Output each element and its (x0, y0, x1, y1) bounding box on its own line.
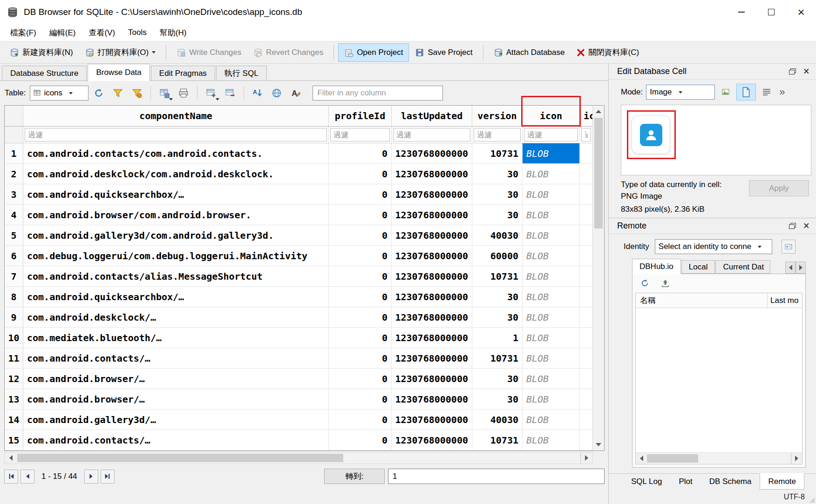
encoding-button[interactable] (268, 84, 286, 102)
tab-execute-sql[interactable]: 執行 SQL (216, 66, 267, 81)
chevron-down-icon[interactable] (169, 98, 173, 101)
next-record-button[interactable] (84, 470, 98, 484)
filter-partial-input[interactable] (581, 128, 591, 141)
attach-database-button[interactable]: Attach Database (488, 43, 571, 62)
version-cell[interactable]: 30 (472, 389, 523, 409)
profileId-cell[interactable]: 0 (329, 430, 392, 450)
row-number-cell[interactable]: 2 (5, 164, 23, 184)
icon-cell[interactable]: BLOB (523, 266, 580, 286)
componentName-cell[interactable]: com.android.quicksearchbox/… (23, 184, 329, 204)
float-panel-icon[interactable] (789, 223, 796, 229)
lastUpdated-cell[interactable]: 1230768000000 (392, 328, 472, 348)
tab-scroll-right-button[interactable] (796, 262, 806, 274)
componentName-cell[interactable]: com.debug.loggerui/com.debug.loggerui.Ma… (23, 246, 329, 266)
column-header-version[interactable]: version (472, 106, 523, 126)
profileId-cell[interactable]: 0 (329, 348, 392, 368)
componentName-cell[interactable]: com.android.contacts/com.android.contact… (23, 143, 329, 163)
resize-grip-icon[interactable] (809, 497, 815, 503)
dock-tab-sql-log[interactable]: SQL Log (623, 474, 670, 490)
lastUpdated-cell[interactable]: 1230768000000 (392, 369, 472, 389)
partial-cell[interactable] (580, 410, 592, 430)
partial-cell[interactable] (580, 246, 592, 266)
write-changes-button[interactable]: Write Changes (170, 43, 247, 62)
row-number-cell[interactable]: 3 (5, 184, 23, 204)
lastUpdated-cell[interactable]: 1230768000000 (392, 287, 472, 307)
dock-tab-remote[interactable]: Remote (760, 473, 804, 490)
table-combobox[interactable]: icons (30, 86, 88, 101)
row-number-cell[interactable]: 6 (5, 246, 23, 266)
vertical-scrollbar-thumb[interactable] (594, 118, 603, 228)
row-number-cell[interactable]: 9 (5, 307, 23, 327)
menu-tools[interactable]: Tools (122, 24, 153, 41)
column-header-lastUpdated[interactable]: lastUpdated (392, 106, 472, 126)
row-number-cell[interactable]: 13 (5, 389, 23, 409)
remote-tab-current-database[interactable]: Current Dat (715, 260, 770, 274)
icon-cell[interactable]: BLOB (523, 143, 580, 163)
icon-cell[interactable]: BLOB (523, 430, 580, 450)
profileId-cell[interactable]: 0 (329, 225, 392, 245)
import-data-button[interactable] (718, 85, 733, 100)
profileId-cell[interactable]: 0 (329, 389, 392, 409)
profileId-cell[interactable]: 0 (329, 328, 392, 348)
tab-database-structure[interactable]: Database Structure (2, 66, 87, 81)
edit-display-format-button[interactable]: A (287, 84, 305, 102)
row-number-cell[interactable]: 8 (5, 287, 23, 307)
partial-cell[interactable] (580, 184, 592, 204)
componentName-cell[interactable]: com.android.contacts/… (23, 348, 329, 368)
version-cell[interactable]: 30 (472, 287, 523, 307)
icon-cell[interactable]: BLOB (523, 184, 580, 204)
refresh-button[interactable] (90, 84, 108, 102)
partial-cell[interactable] (580, 266, 592, 286)
partial-cell[interactable] (580, 205, 592, 225)
filter-icon-input[interactable] (524, 128, 578, 141)
row-number-cell[interactable]: 4 (5, 205, 23, 225)
close-panel-icon[interactable]: × (803, 66, 809, 77)
version-cell[interactable]: 10731 (472, 430, 523, 450)
profileId-cell[interactable]: 0 (329, 246, 392, 266)
lastUpdated-cell[interactable]: 1230768000000 (392, 143, 472, 163)
icon-cell[interactable]: BLOB (523, 287, 580, 307)
version-cell[interactable]: 10731 (472, 143, 523, 163)
clear-filters-button[interactable] (109, 84, 127, 102)
save-project-button[interactable]: Save Project (409, 43, 478, 62)
scroll-right-button[interactable] (580, 452, 592, 464)
componentName-cell[interactable]: com.android.browser/… (23, 389, 329, 409)
partial-cell[interactable] (580, 307, 592, 327)
toolbar-overflow-button[interactable]: » (779, 86, 785, 98)
chevron-down-icon[interactable] (216, 98, 219, 101)
dock-tab-db-schema[interactable]: DB Schema (701, 474, 760, 490)
version-cell[interactable]: 30 (472, 205, 523, 225)
scroll-left-button[interactable] (636, 453, 647, 464)
select-all-corner[interactable] (5, 106, 23, 126)
row-number-cell[interactable]: 14 (5, 410, 23, 430)
icon-cell[interactable]: BLOB (523, 410, 580, 430)
horizontal-scrollbar-thumb[interactable] (17, 454, 343, 462)
version-cell[interactable]: 30 (472, 369, 523, 389)
version-cell[interactable]: 10731 (472, 266, 523, 286)
goto-record-input[interactable] (388, 469, 605, 484)
partial-cell[interactable] (580, 328, 592, 348)
lastUpdated-cell[interactable]: 1230768000000 (392, 430, 472, 450)
tab-scroll-left-button[interactable] (785, 262, 796, 274)
scroll-up-button[interactable] (593, 106, 604, 117)
version-cell[interactable]: 10731 (472, 348, 523, 368)
column-header-icon[interactable]: icon (523, 106, 580, 126)
menu-help[interactable]: 幫助(H) (153, 24, 193, 41)
maximize-button[interactable] (756, 0, 786, 24)
scroll-right-button[interactable] (791, 453, 802, 464)
lastUpdated-cell[interactable]: 1230768000000 (392, 389, 472, 409)
filter-componentName-input[interactable] (25, 128, 327, 141)
close-database-button[interactable]: 關閉資料庫(C) (571, 43, 645, 62)
profileId-cell[interactable]: 0 (329, 410, 392, 430)
close-panel-icon[interactable]: × (803, 221, 809, 231)
lastUpdated-cell[interactable]: 1230768000000 (392, 307, 472, 327)
text-view-toggle-button[interactable] (736, 84, 756, 101)
componentName-cell[interactable]: com.android.browser/com.android.browser. (23, 205, 329, 225)
tab-edit-pragmas[interactable]: Edit Pragmas (151, 66, 215, 81)
save-filters-button[interactable] (128, 84, 146, 102)
lastUpdated-cell[interactable]: 1230768000000 (392, 410, 472, 430)
row-number-cell[interactable]: 11 (5, 348, 23, 368)
partial-cell[interactable] (580, 369, 592, 389)
partial-cell[interactable] (580, 389, 592, 409)
sort-ascending-button[interactable]: A (249, 84, 266, 102)
